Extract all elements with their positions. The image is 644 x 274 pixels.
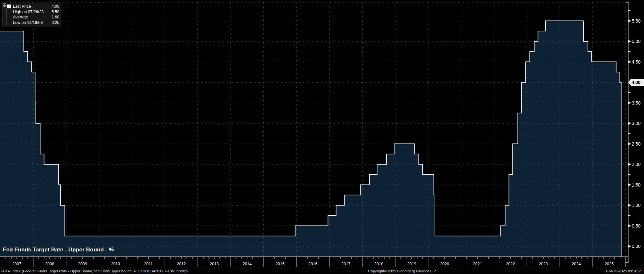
legend-label: Average xyxy=(13,15,48,19)
y-axis-label: 2.00 xyxy=(632,161,644,167)
y-axis-label: 2.50 xyxy=(632,141,644,147)
legend-value: 1.68 xyxy=(48,15,59,19)
x-axis-year-label: 2021 xyxy=(461,261,494,267)
x-axis-year-label: 2014 xyxy=(231,261,264,267)
y-axis-label: 0.00 xyxy=(632,243,644,249)
x-axis-year-label: 2012 xyxy=(165,261,198,267)
legend-value: 0.25 xyxy=(48,20,59,25)
rate-area-series xyxy=(0,21,622,257)
x-axis-year-label: 2023 xyxy=(527,261,560,267)
x-axis-year-label: 2011 xyxy=(132,261,165,267)
y-axis-label: 1.50 xyxy=(632,182,644,188)
x-axis-year-label: 2015 xyxy=(264,261,297,267)
legend-row-low: Low on 12/16/08 0.25 xyxy=(3,20,59,25)
legend-box: Last Price 4.00 High on 07/26/23 5.50 xyxy=(2,3,61,26)
legend-label: High on 07/26/23 xyxy=(13,10,48,14)
copyright-text: Copyright© 2025 Bloomberg Finance L.P. xyxy=(368,269,437,274)
last-price-swatch-icon xyxy=(7,5,11,8)
y-axis-label: 3.50 xyxy=(632,100,644,106)
x-axis-year-label: 2010 xyxy=(99,261,132,267)
legend-label: Last Price xyxy=(13,4,48,9)
chart-screen: 4.00 Fed Funds Target Rate - Upper Bound… xyxy=(0,0,644,274)
last-price-tag: 4.00 xyxy=(628,79,644,86)
x-axis-year-label: 2016 xyxy=(297,261,329,267)
security-description: FDTR Index (Federal Funds Target Rate - … xyxy=(1,269,188,274)
timestamp: 18-Nov-2025 09:16:25 xyxy=(606,269,642,274)
legend-value: 4.00 xyxy=(48,4,59,9)
x-axis-year-label: 2017 xyxy=(329,261,362,267)
legend-row-last-price: Last Price 4.00 xyxy=(3,4,59,9)
x-axis-year-label: 2018 xyxy=(362,261,395,267)
legend-row-high: High on 07/26/23 5.50 xyxy=(3,9,59,15)
footer-bar: FDTR Index (Federal Funds Target Rate - … xyxy=(0,269,644,274)
y-axis-label: 0.50 xyxy=(632,223,644,229)
legend-value: 5.50 xyxy=(48,10,59,14)
x-axis-year-label: 2022 xyxy=(494,261,527,267)
x-axis-year-label: 2020 xyxy=(428,261,461,267)
legend-label: Low on 12/16/08 xyxy=(13,20,48,25)
chart-title: Fed Funds Target Rate - Upper Bound - % xyxy=(3,247,114,253)
x-axis-year-label: 2013 xyxy=(198,261,231,267)
y-axis-label: 3.00 xyxy=(632,120,644,126)
chart-canvas[interactable] xyxy=(0,0,644,274)
y-axis-label: 1.00 xyxy=(632,202,644,208)
legend-row-average: Average 1.68 xyxy=(3,15,59,20)
y-axis-label: 4.50 xyxy=(632,59,644,65)
y-axis-ticks xyxy=(628,11,631,248)
y-axis-label: 5.00 xyxy=(632,38,644,44)
x-axis-year-label: 2007 xyxy=(0,261,33,267)
x-axis-year-label: 2008 xyxy=(33,261,66,267)
x-axis-year-label: 2019 xyxy=(395,261,428,267)
low-marker-icon xyxy=(3,3,6,7)
x-axis-year-label: 2024 xyxy=(560,261,593,267)
x-axis-year-label: 2025 xyxy=(593,261,626,267)
x-axis-year-label: 2009 xyxy=(66,261,99,267)
y-axis-label: 5.50 xyxy=(632,18,644,24)
legend-tree-line xyxy=(6,10,7,25)
